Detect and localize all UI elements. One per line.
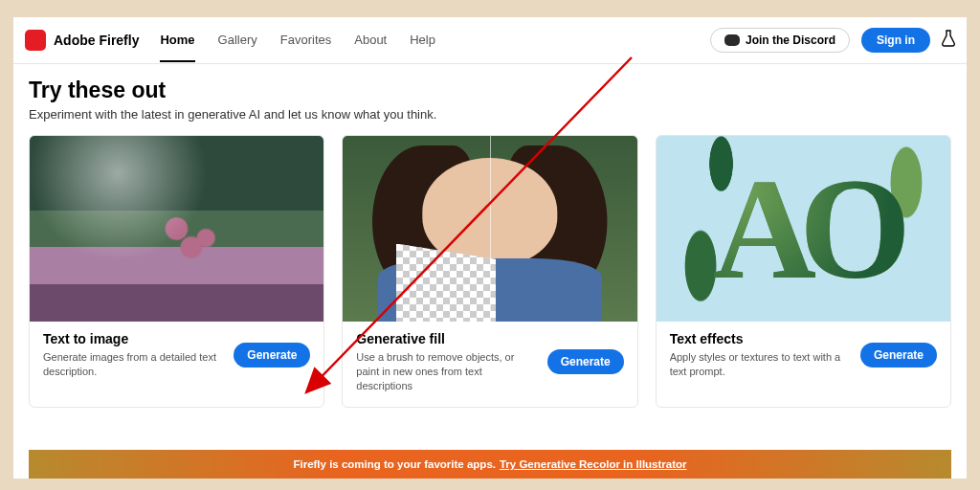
nav-favorites[interactable]: Favorites (280, 19, 331, 62)
discord-label: Join the Discord (746, 33, 835, 47)
card-title: Generative fill (356, 331, 537, 346)
decorative-letters: AO (657, 136, 950, 322)
card-row: Text to image Generate images from a det… (29, 135, 951, 408)
page-title: Try these out (29, 78, 951, 103)
header-right: Join the Discord Sign in (710, 28, 955, 53)
card-meta: Generative fill Use a brush to remove ob… (343, 322, 636, 407)
split-divider (490, 136, 491, 322)
nav-home[interactable]: Home (160, 19, 194, 62)
banner-link[interactable]: Try Generative Recolor in Illustrator (500, 458, 687, 470)
adobe-logo-icon (25, 30, 46, 51)
page-subtitle: Experiment with the latest in generative… (29, 107, 951, 122)
card-title: Text to image (43, 331, 224, 346)
discord-icon (724, 34, 740, 46)
header: Adobe Firefly Home Gallery Favorites Abo… (13, 17, 967, 64)
banner-text: Firefly is coming to your favorite apps. (293, 458, 496, 470)
card-desc: Apply styles or textures to text with a … (670, 350, 851, 379)
card-generative-fill: Generative fill Use a brush to remove ob… (342, 135, 637, 408)
generate-button[interactable]: Generate (234, 343, 310, 368)
generate-button[interactable]: Generate (547, 349, 624, 374)
card-thumbnail (30, 136, 323, 322)
discord-button[interactable]: Join the Discord (710, 28, 850, 53)
card-thumbnail: AO (657, 136, 950, 322)
main-body: Try these out Experiment with the latest… (13, 64, 967, 479)
card-text: Text to image Generate images from a det… (43, 331, 224, 379)
brand-title: Adobe Firefly (54, 33, 139, 48)
nav-gallery[interactable]: Gallery (218, 19, 257, 62)
card-title: Text effects (670, 331, 851, 346)
card-thumbnail (343, 136, 636, 322)
nav-about[interactable]: About (354, 19, 387, 62)
card-desc: Generate images from a detailed text des… (43, 350, 224, 379)
app-frame: Adobe Firefly Home Gallery Favorites Abo… (13, 17, 967, 479)
card-text-to-image: Text to image Generate images from a det… (29, 135, 324, 408)
card-meta: Text effects Apply styles or textures to… (657, 322, 950, 392)
card-meta: Text to image Generate images from a det… (30, 322, 323, 392)
nav: Home Gallery Favorites About Help (160, 19, 435, 62)
promo-banner: Firefly is coming to your favorite apps.… (29, 450, 951, 479)
card-text: Text effects Apply styles or textures to… (670, 331, 851, 379)
card-text-effects: AO Text effects Apply styles or textures… (656, 135, 951, 408)
card-desc: Use a brush to remove objects, or paint … (356, 350, 537, 393)
labs-icon[interactable] (942, 30, 955, 51)
nav-help[interactable]: Help (410, 19, 435, 62)
card-text: Generative fill Use a brush to remove ob… (356, 331, 537, 393)
signin-button[interactable]: Sign in (861, 28, 930, 53)
generate-button[interactable]: Generate (860, 343, 937, 368)
